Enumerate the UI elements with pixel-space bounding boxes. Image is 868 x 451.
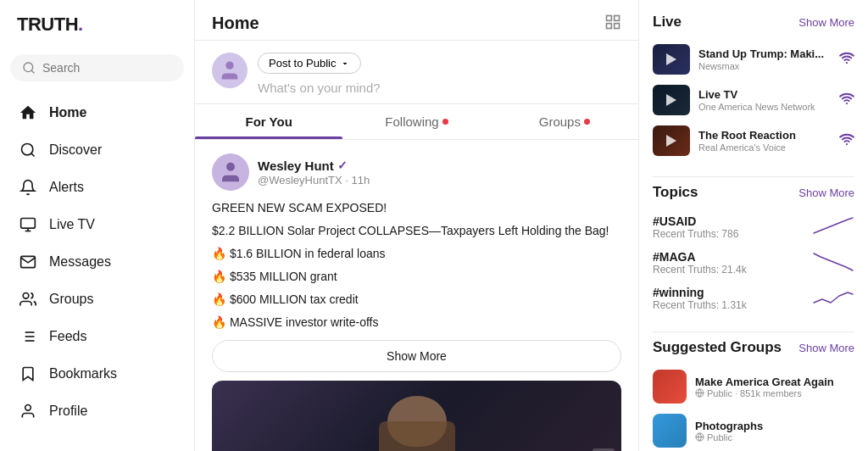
group-item-1[interactable]: Photographs Public	[653, 409, 854, 451]
topic-left-0: #USAID Recent Truths: 786	[653, 214, 738, 240]
sidebar-item-home[interactable]: Home	[10, 95, 184, 131]
topics-show-more[interactable]: Show More	[798, 187, 854, 199]
svg-rect-15	[607, 16, 612, 21]
live-item-1[interactable]: Live TV One America News Network	[653, 80, 854, 120]
topic-item-1[interactable]: #MAGA Recent Truths: 21.4k	[653, 245, 854, 281]
topic-row-2: #winning Recent Truths: 1.31k	[653, 286, 854, 311]
play-icon-oan	[666, 94, 676, 106]
sidebar-item-feeds[interactable]: Feeds	[10, 319, 184, 354]
topic-item-2[interactable]: #winning Recent Truths: 1.31k	[653, 281, 854, 316]
topics-section-header: Topics Show More	[653, 184, 854, 201]
tab-groups[interactable]: Groups	[491, 104, 638, 139]
main-feed: Home Post to Public What's on your mind?…	[195, 0, 639, 451]
live-thumb-oan	[653, 85, 690, 115]
sidebar-item-home-label: Home	[49, 105, 86, 120]
user-avatar	[212, 53, 248, 88]
topic-left-2: #winning Recent Truths: 1.31k	[653, 286, 747, 311]
topic-row-1: #MAGA Recent Truths: 21.4k	[653, 250, 854, 276]
user-icon	[19, 402, 37, 420]
sidebar: TRUTH. Home Discover Alerts Live TV	[0, 0, 195, 451]
sidebar-item-alerts[interactable]: Alerts	[10, 170, 184, 205]
live-name-2: The Root Reaction	[698, 129, 831, 143]
tab-following[interactable]: Following	[342, 104, 490, 139]
post-area: Wesley Hunt ✓ @WesleyHuntTX · 11h GREEN …	[195, 140, 638, 451]
divider-2	[653, 331, 854, 332]
topic-left-1: #MAGA Recent Truths: 21.4k	[653, 250, 747, 276]
compose-placeholder[interactable]: What's on your mind?	[258, 81, 621, 95]
show-more-button[interactable]: Show More	[212, 340, 621, 372]
suggested-groups-show-more[interactable]: Show More	[798, 342, 854, 354]
group-name-1: Photographs	[695, 420, 854, 432]
search-icon	[22, 61, 36, 75]
compose-right: Post to Public What's on your mind?	[258, 53, 621, 95]
group-thumb-photos	[653, 414, 687, 448]
topic-item-0[interactable]: #USAID Recent Truths: 786	[653, 209, 854, 245]
sidebar-item-live-tv[interactable]: Live TV	[10, 207, 184, 242]
post-image[interactable]: WTI	[212, 381, 621, 451]
sidebar-item-discover-label: Discover	[49, 142, 102, 158]
group-meta-0: Public · 851k members	[695, 388, 854, 398]
svg-rect-16	[615, 16, 620, 21]
live-channel-0: Newsmax	[698, 61, 831, 71]
group-thumb-maga	[653, 370, 687, 404]
topic-chart-0	[812, 214, 854, 238]
live-item-0[interactable]: Stand Up Trump: Maki... Newsmax	[653, 39, 854, 80]
users-icon	[19, 290, 37, 309]
svg-rect-4	[21, 219, 36, 229]
group-meta-1: Public	[695, 432, 854, 443]
live-info-1: Live TV One America News Network	[698, 88, 831, 113]
search-box[interactable]	[10, 54, 184, 81]
group-info-1: Photographs Public	[695, 420, 854, 443]
post-author-row: Wesley Hunt ✓ @WesleyHuntTX · 11h	[212, 153, 621, 191]
post-line2: $2.2 BILLION Solar Project COLLAPSES—Tax…	[212, 222, 621, 240]
logo-dot: .	[78, 14, 83, 36]
post-to-label: Post to Public	[269, 57, 337, 70]
tabs: For You Following Groups	[195, 104, 638, 140]
logo: TRUTH.	[10, 14, 184, 36]
svg-point-20	[226, 163, 235, 171]
play-icon-trump	[666, 53, 676, 65]
topic-row-0: #USAID Recent Truths: 786	[653, 214, 854, 240]
mail-icon	[19, 253, 37, 271]
topic-count-1: Recent Truths: 21.4k	[653, 264, 747, 276]
wifi-icon-1	[839, 91, 854, 109]
divider-1	[653, 176, 854, 177]
author-name-row: Wesley Hunt ✓	[258, 159, 621, 173]
sidebar-item-feeds-label: Feeds	[49, 329, 86, 344]
group-item-0[interactable]: Make America Great Again Public · 851k m…	[653, 365, 854, 409]
sidebar-item-bookmarks[interactable]: Bookmarks	[10, 356, 184, 392]
topic-chart-2	[812, 286, 854, 309]
post-author-info: Wesley Hunt ✓ @WesleyHuntTX · 11h	[258, 159, 621, 187]
live-name-1: Live TV	[698, 88, 831, 103]
wifi-icon-2	[839, 131, 854, 150]
post-bullet3: 🔥 $600 MILLION tax credit	[212, 291, 621, 309]
svg-point-2	[22, 144, 33, 155]
live-thumb-trump	[653, 44, 690, 75]
sidebar-item-messages-label: Messages	[49, 254, 111, 270]
author-name[interactable]: Wesley Hunt	[258, 159, 334, 173]
globe-icon	[695, 388, 704, 398]
sidebar-item-profile[interactable]: Profile	[10, 393, 184, 429]
sidebar-item-bookmarks-label: Bookmarks	[49, 366, 117, 381]
svg-line-3	[31, 153, 35, 157]
sidebar-item-discover[interactable]: Discover	[10, 132, 184, 168]
sidebar-item-messages[interactable]: Messages	[10, 244, 184, 280]
suggested-groups-header: Suggested Groups Show More	[653, 339, 854, 356]
live-show-more[interactable]: Show More	[798, 16, 854, 29]
following-notification-dot	[442, 119, 448, 125]
group-info-0: Make America Great Again Public · 851k m…	[695, 376, 854, 398]
topic-tag-1: #MAGA	[653, 250, 747, 264]
topic-tag-2: #winning	[653, 286, 747, 299]
post-to-button[interactable]: Post to Public	[258, 53, 361, 74]
tab-for-you[interactable]: For You	[195, 104, 342, 139]
topics-title: Topics	[653, 184, 698, 201]
compose-area: Post to Public What's on your mind?	[195, 41, 638, 104]
sidebar-item-groups[interactable]: Groups	[10, 281, 184, 317]
sidebar-item-alerts-label: Alerts	[49, 180, 84, 195]
post-image-inner: WTI	[212, 381, 621, 451]
svg-point-19	[225, 62, 233, 70]
wifi-icon-0	[839, 50, 854, 69]
search-input[interactable]	[42, 61, 172, 75]
grid-icon[interactable]	[604, 14, 621, 33]
live-item-2[interactable]: The Root Reaction Real America's Voice	[653, 120, 854, 161]
